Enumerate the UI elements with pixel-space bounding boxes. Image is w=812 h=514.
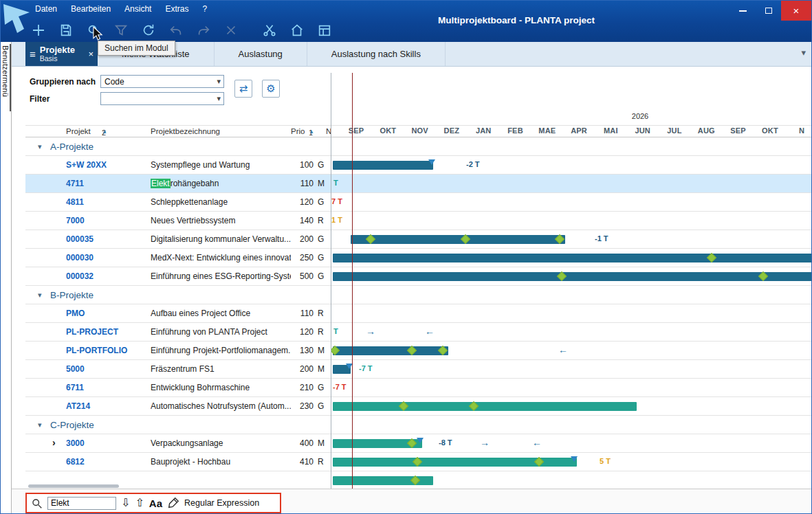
find-next-button[interactable]: ⇩ (121, 498, 130, 509)
project-row[interactable]: PL-PORTFOLIOEinführung Projekt-Portfolio… (25, 342, 812, 360)
project-name: Automatisches Notrufsystem (Autom... (151, 401, 291, 411)
project-id-link[interactable]: 000035 (43, 234, 151, 244)
project-id-link[interactable]: PL-PORTFOLIO (43, 346, 151, 355)
tab-overflow-chevron-icon[interactable]: ▾ (801, 47, 806, 58)
cancel-button[interactable] (221, 21, 241, 40)
project-id-link[interactable]: AT214 (43, 401, 151, 411)
filter-button[interactable] (111, 21, 131, 40)
menu-item-help[interactable]: ? (202, 4, 207, 14)
gantt-row: -7 T (331, 379, 812, 396)
project-row[interactable]: PL-PROJECTEinführung von PLANTA Project1… (25, 323, 812, 342)
menu-item-ansicht[interactable]: Ansicht (124, 4, 151, 14)
collapse-chevron-icon[interactable]: ▾ (38, 142, 42, 151)
user-menu-strip[interactable]: Benutzermenü (1, 42, 12, 513)
home-button[interactable] (287, 21, 307, 40)
group-row[interactable]: ▾A-Projekte (25, 137, 812, 156)
project-row[interactable]: ›3000Verpackungsanlage400M-8 T→← (25, 434, 812, 453)
maximize-button[interactable] (756, 1, 781, 21)
gantt-bar[interactable] (333, 161, 433, 170)
match-case-button[interactable]: Aa (149, 498, 162, 509)
project-row[interactable]: AT214Automatisches Notrufsystem (Autom..… (25, 397, 812, 416)
grid-rows: ▾A-ProjekteS+W 20XXSystempflege und Wart… (25, 137, 812, 489)
project-name: Bauprojekt - Hochbau (151, 457, 291, 467)
gantt-bar[interactable] (333, 402, 637, 411)
new-button[interactable] (28, 21, 49, 40)
collapse-chevron-icon[interactable]: ▾ (38, 421, 42, 429)
group-by-select[interactable]: Code ▾ (100, 75, 224, 88)
project-row[interactable]: 6812Bauprojekt - Hochbau410R5 T (25, 453, 812, 471)
filter-select[interactable]: ▾ (100, 92, 224, 105)
tab-projekte-basis[interactable]: ≡ Projekte Basis × (25, 42, 98, 66)
gantt-bar[interactable] (333, 272, 812, 281)
find-input[interactable] (47, 497, 116, 510)
project-id-link[interactable]: 7000 (43, 216, 151, 225)
hamburger-icon[interactable]: ≡ (30, 49, 36, 59)
project-row[interactable]: 7000Neues Vertriebssystem140R1 T (25, 212, 812, 230)
gantt-row (331, 267, 812, 285)
group-row[interactable]: ▾C-Projekte (25, 416, 812, 434)
project-row[interactable]: 000032Einführung eines ESG-Reporting-Sys… (25, 267, 812, 286)
tools-button[interactable] (259, 21, 280, 40)
settings-button[interactable]: ⚙ (262, 80, 280, 98)
project-id-link[interactable]: PL-PROJECT (43, 327, 151, 337)
project-id-link[interactable]: PMO (43, 309, 151, 318)
menu-item-extras[interactable]: Extras (165, 4, 188, 14)
tab-auslastung[interactable]: Auslastung (215, 42, 307, 66)
project-id-link[interactable]: 000032 (43, 271, 151, 281)
project-id-link[interactable]: 6711 (43, 383, 151, 392)
project-row[interactable]: S+W 20XXSystempflege und Wartung100G-2 T (25, 156, 812, 175)
expand-chevron-icon[interactable]: › (52, 437, 56, 448)
project-flag: G (314, 160, 326, 170)
group-row[interactable]: ▾B-Projekte (25, 286, 812, 304)
menu-item-bearbeiten[interactable]: Bearbeiten (71, 4, 111, 14)
project-row[interactable]: 000030MedX-Next: Entwicklung eines innov… (25, 249, 812, 267)
gantt-row: 7 T (331, 193, 812, 211)
find-previous-button[interactable]: ⇧ (135, 498, 144, 509)
project-row[interactable]: 5000Fräszentrum FS1200M-7 T (25, 360, 812, 379)
col-prio[interactable]: Prio (291, 127, 305, 135)
tab-close-icon[interactable]: × (88, 49, 94, 59)
project-row[interactable]: 000035Digitalisierung kommunaler Verwalt… (25, 230, 812, 249)
redo-button[interactable] (193, 21, 214, 40)
close-button[interactable]: × (781, 1, 811, 21)
highlighter-icon[interactable] (167, 497, 179, 509)
search-match: Elekt (151, 179, 171, 188)
project-row[interactable] (25, 471, 812, 489)
project-flag: M (314, 364, 326, 374)
reset-layout-button[interactable]: ⇄ (234, 80, 252, 98)
project-row[interactable]: PMOAufbau eines Project Office110R (25, 304, 812, 323)
project-row[interactable]: 4711Elektrohängebahn110MT (25, 175, 812, 193)
project-id-link[interactable]: 3000 (43, 438, 151, 448)
undo-button[interactable] (166, 21, 186, 40)
project-row[interactable]: 4811Schleppkettenanlage120G7 T (25, 193, 812, 212)
project-prio: 120 (291, 327, 314, 337)
minimize-button[interactable] (730, 1, 756, 21)
project-id-link[interactable]: S+W 20XX (43, 160, 151, 170)
gantt-bar[interactable] (351, 235, 565, 244)
project-id-link[interactable]: 000030 (43, 253, 151, 262)
project-id-link[interactable]: 4711 (43, 179, 151, 188)
panel-splitter[interactable] (331, 73, 331, 489)
collapse-chevron-icon[interactable]: ▾ (38, 291, 42, 300)
board-button[interactable] (314, 21, 335, 40)
find-bar: ⇩ ⇧ Aa Regular Expression (25, 493, 281, 513)
menu-item-daten[interactable]: Daten (35, 4, 57, 14)
project-row-left: 4811Schleppkettenanlage120G (25, 193, 331, 211)
project-id-link[interactable]: 6812 (43, 457, 151, 467)
refresh-button[interactable] (138, 21, 159, 40)
col-projekt[interactable]: Projekt (66, 127, 91, 135)
delay-label: -2 T (466, 160, 480, 168)
delay-label: -8 T (439, 438, 452, 447)
horizontal-scrollbar[interactable] (28, 484, 119, 488)
gantt-bar[interactable] (333, 346, 448, 355)
filter-label: Filter (30, 94, 50, 104)
project-id-link[interactable]: 4811 (43, 197, 151, 207)
tab-auslastung-nach-skills[interactable]: Auslastung nach Skills (307, 42, 446, 66)
project-prio: 230 (291, 401, 314, 411)
col-projektbezeichnung[interactable]: Projektbezeichnung (151, 127, 220, 135)
regex-toggle-label[interactable]: Regular Expression (184, 498, 259, 508)
save-button[interactable] (56, 21, 76, 40)
project-row[interactable]: 6711Entwicklung Bohrmaschine210G-7 T (25, 379, 812, 397)
gantt-bar[interactable] (333, 254, 812, 262)
project-id-link[interactable]: 5000 (43, 364, 151, 374)
